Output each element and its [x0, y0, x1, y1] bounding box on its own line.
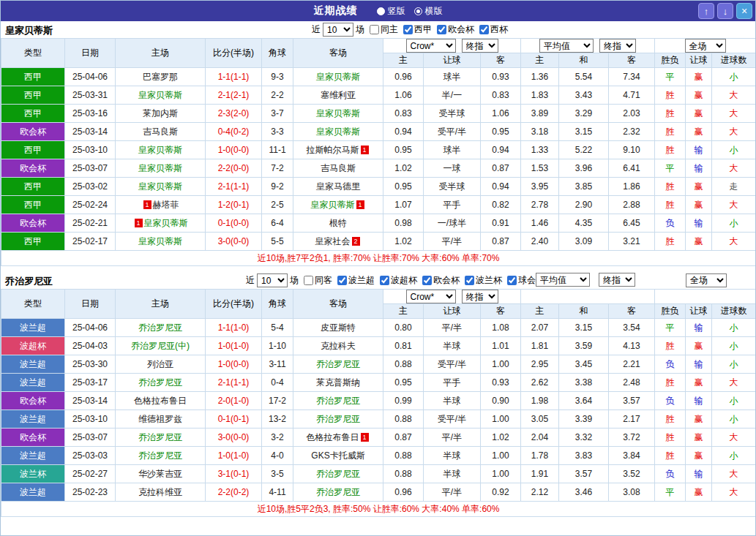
home-team[interactable]: 1皇家贝蒂斯	[116, 214, 206, 233]
layout-radio-horizontal[interactable]: 横版	[414, 5, 443, 18]
match-score[interactable]: 3-1(0-1)	[206, 465, 262, 483]
league-badge: 西甲	[1, 178, 65, 196]
away-team[interactable]: 莱克普斯纳	[293, 374, 383, 392]
close-button[interactable]: ×	[736, 3, 752, 19]
away-team[interactable]: 乔治罗尼亚	[293, 410, 383, 429]
home-team[interactable]: 吉马良斯	[116, 123, 206, 141]
home-team[interactable]: 列治亚	[116, 355, 206, 374]
average-odds-select[interactable]: 平均值	[539, 39, 594, 53]
match-score[interactable]: 1-1(1-0)	[206, 319, 262, 337]
home-team[interactable]: 克拉科维亚	[116, 483, 206, 502]
match-count-select[interactable]: 10	[257, 273, 288, 287]
home-team[interactable]: 华沙莱吉亚	[116, 465, 206, 483]
match-score[interactable]: 3-0(0-0)	[206, 233, 262, 251]
match-score[interactable]: 0-4(0-2)	[206, 123, 262, 141]
away-team[interactable]: 皇家贝蒂斯1	[293, 196, 383, 214]
league-filter-checkbox[interactable]: 欧会杯	[437, 23, 474, 36]
match-score[interactable]: 2-3(2-0)	[206, 105, 262, 123]
home-team[interactable]: 皇家贝蒂斯	[116, 86, 206, 105]
away-team[interactable]: 皇家贝蒂斯	[293, 105, 383, 123]
away-team[interactable]: 吉马良斯	[293, 159, 383, 178]
match-score[interactable]: 1-0(1-0)	[206, 447, 262, 465]
home-team[interactable]: 乔治罗尼亚	[116, 447, 206, 465]
league-filter-checkbox[interactable]: 波兰超	[337, 274, 375, 287]
checkbox-input[interactable]	[370, 25, 379, 34]
away-team[interactable]: 皮亚斯特	[293, 319, 383, 337]
checkbox-input[interactable]	[403, 25, 413, 34]
scope-select[interactable]: 全场	[685, 39, 726, 53]
league-filter-checkbox[interactable]: 西杯	[479, 23, 508, 36]
layout-radio-vertical[interactable]: 竖版	[377, 5, 405, 18]
match-score[interactable]: 0-1(0-0)	[206, 214, 262, 233]
league-filter-checkbox[interactable]: 同客	[304, 274, 332, 287]
checkbox-input[interactable]	[479, 25, 489, 34]
move-up-button[interactable]: ↑	[698, 3, 714, 19]
match-score[interactable]: 2-1(1-1)	[206, 374, 262, 392]
home-team[interactable]: 1赫塔菲	[116, 196, 206, 214]
home-team[interactable]: 皇家贝蒂斯	[116, 159, 206, 178]
average-odds-select[interactable]: 平均值	[536, 273, 590, 287]
league-filter-checkbox[interactable]: 欧会杯	[422, 274, 460, 287]
match-score[interactable]: 1-0(0-0)	[206, 141, 262, 159]
league-filter-checkbox[interactable]: 西甲	[403, 23, 432, 36]
away-team[interactable]: 塞维利亚	[293, 86, 383, 105]
match-score[interactable]: 2-2(0-0)	[206, 159, 262, 178]
home-team[interactable]: 皇家贝蒂斯	[116, 141, 206, 159]
home-team[interactable]: 维德祖罗兹	[116, 410, 206, 429]
final-odds-select[interactable]: 终指	[599, 273, 635, 287]
away-team[interactable]: 皇家马德里	[293, 178, 383, 196]
away-team[interactable]: 拉斯帕尔马斯1	[293, 141, 383, 159]
away-team[interactable]: 皇家社会2	[293, 233, 383, 251]
checkbox-input[interactable]	[437, 25, 446, 34]
checkbox-input[interactable]	[465, 276, 474, 285]
match-score[interactable]: 2-0(1-0)	[206, 392, 262, 410]
match-score[interactable]: 2-1(2-1)	[206, 86, 262, 105]
away-team[interactable]: 根特	[293, 214, 383, 233]
match-score[interactable]: 1-0(1-0)	[206, 337, 262, 355]
league-filter-checkbox[interactable]: 同主	[370, 23, 398, 36]
home-team[interactable]: 皇家贝蒂斯	[116, 233, 206, 251]
home-team[interactable]: 莱加内斯	[116, 105, 206, 123]
home-team[interactable]: 色格拉布鲁日	[116, 392, 206, 410]
home-team[interactable]: 巴塞罗那	[116, 68, 206, 86]
final-odds-select[interactable]: 终指	[462, 39, 498, 53]
move-down-button[interactable]: ↓	[717, 3, 733, 19]
league-filter-checkbox[interactable]: 波超杯	[380, 274, 417, 287]
final-odds-select[interactable]: 终指	[599, 39, 636, 53]
away-team[interactable]: 乔治罗尼亚	[293, 355, 383, 374]
handicap-result: 赢	[686, 447, 712, 465]
away-team[interactable]: 乔治罗尼亚	[293, 392, 383, 410]
match-count-select[interactable]: 10	[323, 23, 353, 37]
match-score[interactable]: 1-1(1-1)	[206, 68, 262, 86]
home-team[interactable]: 皇家贝蒂斯	[116, 178, 206, 196]
away-team[interactable]: 色格拉布鲁日1	[293, 429, 383, 447]
home-team[interactable]: 乔治罗尼亚	[116, 429, 206, 447]
away-team[interactable]: 克拉科夫	[293, 337, 383, 355]
away-team[interactable]: 乔治罗尼亚	[293, 465, 383, 483]
bookmaker-select[interactable]: Crow*	[406, 290, 456, 303]
bookmaker-select[interactable]: Crow*	[406, 39, 456, 53]
league-filter-checkbox[interactable]: 波兰杯	[465, 274, 502, 287]
checkbox-input[interactable]	[422, 276, 432, 285]
away-team[interactable]: 皇家贝蒂斯	[293, 68, 383, 86]
match-score[interactable]: 3-0(0-0)	[206, 429, 262, 447]
home-team[interactable]: 乔治罗尼亚	[116, 319, 206, 337]
home-team[interactable]: 乔治罗尼亚	[116, 374, 206, 392]
away-team[interactable]: GKS卡托威斯	[293, 447, 383, 465]
column-header-type: 类型	[1, 39, 65, 68]
checkbox-input[interactable]	[380, 276, 389, 285]
euro-draw-odds: 3.09	[559, 233, 609, 251]
home-team[interactable]: 乔治罗尼亚(中)	[116, 337, 206, 355]
match-score[interactable]: 2-1(1-1)	[206, 178, 262, 196]
scope-select[interactable]: 全场	[686, 273, 727, 287]
match-score[interactable]: 1-0(0-0)	[206, 355, 262, 374]
checkbox-input[interactable]	[507, 276, 517, 285]
match-score[interactable]: 1-2(0-1)	[206, 196, 262, 214]
checkbox-input[interactable]	[337, 276, 347, 285]
away-team[interactable]: 乔治罗尼亚	[293, 483, 383, 502]
away-team[interactable]: 皇家贝蒂斯	[293, 123, 383, 141]
match-score[interactable]: 0-1(0-1)	[206, 410, 262, 429]
final-odds-select[interactable]: 终指	[462, 290, 498, 303]
checkbox-input[interactable]	[304, 276, 313, 285]
match-score[interactable]: 2-2(0-2)	[206, 483, 262, 502]
